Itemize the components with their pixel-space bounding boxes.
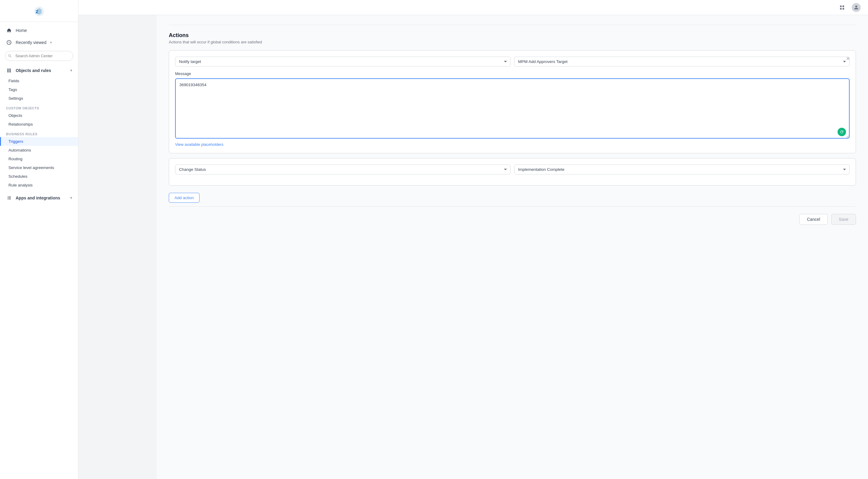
business-rules-label: Business rules xyxy=(0,129,78,137)
sidebar-item-settings[interactable]: Settings xyxy=(0,94,78,103)
user-icon xyxy=(854,5,859,10)
sidebar-item-sla[interactable]: Service level agreements xyxy=(0,163,78,172)
clock-icon xyxy=(6,39,12,45)
home-icon xyxy=(6,27,12,33)
apps-integrations-label: Apps and integrations xyxy=(16,195,60,200)
custom-objects-label: Custom objects xyxy=(0,103,78,111)
sidebar-item-apps-integrations[interactable]: Apps and integrations ▾ xyxy=(0,192,78,204)
zendesk-logo: z xyxy=(33,5,45,18)
grid-icon-button[interactable] xyxy=(837,3,847,12)
main-content: Actions Actions that will occur if globa… xyxy=(157,15,868,479)
section-subtitle: Actions that will occur if global condit… xyxy=(169,40,856,44)
recently-viewed-chevron: ▾ xyxy=(50,40,52,44)
sidebar-item-recently-viewed[interactable]: Recently viewed ▾ xyxy=(0,36,78,49)
user-avatar[interactable] xyxy=(852,3,861,12)
logo-area: z xyxy=(0,0,78,22)
cancel-button[interactable]: Cancel xyxy=(799,214,828,225)
search-icon xyxy=(8,54,12,58)
action-value-select-1[interactable]: MPM Add Approvers Target xyxy=(514,57,849,67)
svg-text:z: z xyxy=(36,8,38,14)
sidebar-item-rule-analysis[interactable]: Rule analysis xyxy=(0,181,78,190)
grid-icon xyxy=(839,5,845,10)
section-title: Actions xyxy=(169,32,856,38)
objects-rules-chevron: ▾ xyxy=(70,68,72,73)
action-card-2: Change Status Notify target Add tags Imp… xyxy=(169,158,856,186)
sidebar-item-triggers[interactable]: Triggers xyxy=(0,137,78,146)
topbar xyxy=(79,0,868,15)
refresh-icon xyxy=(840,130,844,134)
action-selects-2: Change Status Notify target Add tags Imp… xyxy=(175,164,849,174)
objects-rules-label: Objects and rules xyxy=(16,68,51,73)
add-action-button[interactable]: Add action xyxy=(169,193,199,203)
add-action-label: Add action xyxy=(175,195,194,200)
message-label: Message xyxy=(175,71,849,76)
action-type-select-1[interactable]: Notify target Change Status Add tags Rem… xyxy=(175,57,510,67)
objects-rules-icon xyxy=(6,67,12,73)
actions-section: Actions Actions that will occur if globa… xyxy=(169,32,856,225)
apps-integrations-icon xyxy=(6,195,12,201)
sidebar-item-tags[interactable]: Tags xyxy=(0,85,78,94)
sidebar-home-label: Home xyxy=(16,28,27,33)
close-card-1-button[interactable]: ✕ xyxy=(844,55,851,62)
message-textarea-wrap: 369019348354 xyxy=(175,78,849,140)
form-footer: Cancel Save xyxy=(169,206,856,225)
search-box xyxy=(5,51,73,61)
action-value-select-2[interactable]: Implementation Complete Open Pending Sol… xyxy=(514,164,849,174)
search-input[interactable] xyxy=(5,51,73,61)
action-selects-1: Notify target Change Status Add tags Rem… xyxy=(175,57,849,67)
sidebar-item-schedules[interactable]: Schedules xyxy=(0,172,78,181)
message-textarea[interactable]: 369019348354 xyxy=(175,78,849,138)
sidebar-item-objects-and-rules[interactable]: Objects and rules ▾ xyxy=(0,64,78,76)
recently-viewed-label: Recently viewed xyxy=(16,40,46,45)
save-button[interactable]: Save xyxy=(831,214,856,225)
sidebar-item-fields[interactable]: Fields xyxy=(0,76,78,85)
sidebar-item-routing[interactable]: Routing xyxy=(0,155,78,163)
sidebar-item-home[interactable]: Home xyxy=(0,24,78,36)
sidebar-item-objects[interactable]: Objects xyxy=(0,111,78,120)
view-placeholders-link[interactable]: View available placeholders xyxy=(175,142,223,147)
sidebar: z Home Recently viewed ▾ xyxy=(0,0,79,479)
ai-assist-icon[interactable] xyxy=(838,128,846,136)
sidebar-item-automations[interactable]: Automations xyxy=(0,146,78,155)
sidebar-item-relationships[interactable]: Relationships xyxy=(0,120,78,129)
action-type-select-2[interactable]: Change Status Notify target Add tags xyxy=(175,164,510,174)
action-card-1: ✕ Notify target Change Status Add tags R… xyxy=(169,50,856,153)
apps-integrations-chevron: ▾ xyxy=(70,196,72,200)
sidebar-navigation: Home Recently viewed ▾ Objects and rules xyxy=(0,22,78,479)
section-divider xyxy=(169,25,856,25)
